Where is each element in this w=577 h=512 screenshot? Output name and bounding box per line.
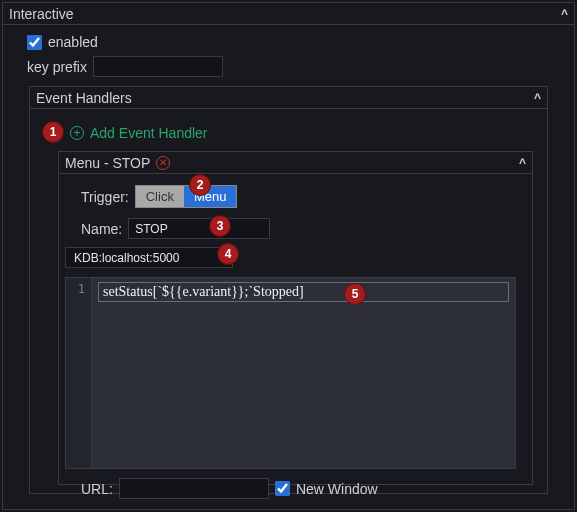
event-handler-panel: Menu - STOP ✕ ^ Trigger: Click Menu: [58, 151, 533, 485]
trigger-row: Trigger: Click Menu 2: [81, 182, 516, 211]
code-gutter: 1: [66, 278, 92, 468]
trigger-toggle[interactable]: Click Menu: [135, 185, 238, 208]
enabled-label: enabled: [48, 34, 98, 50]
delete-handler-icon[interactable]: ✕: [156, 156, 170, 170]
event-handlers-title: Event Handlers: [36, 90, 132, 106]
interactive-panel: Interactive ^ enabled key prefix Event H…: [2, 2, 575, 510]
event-handler-header[interactable]: Menu - STOP ✕ ^: [59, 152, 532, 174]
annotation-2: 2: [189, 174, 211, 196]
plus-circle-icon: +: [70, 126, 84, 140]
event-handlers-header[interactable]: Event Handlers ^: [30, 87, 547, 109]
code-content[interactable]: setStatus[`${{e.variant}};`Stopped]: [92, 278, 515, 468]
url-input[interactable]: [119, 478, 269, 499]
annotation-1: 1: [42, 121, 64, 143]
collapse-icon[interactable]: ^: [534, 91, 541, 105]
name-label: Name:: [81, 221, 122, 237]
enabled-checkbox[interactable]: [27, 35, 42, 50]
key-prefix-row: key prefix: [27, 53, 550, 80]
url-row: URL: New Window: [81, 475, 516, 502]
event-handler-title: Menu - STOP: [65, 155, 150, 171]
interactive-header[interactable]: Interactive ^: [3, 3, 574, 25]
collapse-icon[interactable]: ^: [561, 7, 568, 21]
new-window-label: New Window: [296, 481, 378, 497]
name-row: Name: 3: [81, 215, 516, 242]
url-label: URL:: [81, 481, 113, 497]
add-event-handler-label: Add Event Handler: [90, 125, 208, 141]
annotation-3: 3: [209, 215, 231, 237]
datasource-select[interactable]: KDB:localhost:5000: [65, 247, 233, 268]
interactive-title: Interactive: [9, 6, 74, 22]
trigger-option-click[interactable]: Click: [136, 186, 184, 207]
key-prefix-input[interactable]: [93, 56, 223, 77]
new-window-checkbox[interactable]: [275, 481, 290, 496]
name-input[interactable]: [128, 218, 270, 239]
annotation-5: 5: [344, 283, 366, 305]
key-prefix-label: key prefix: [27, 59, 87, 75]
line-number: 1: [66, 282, 85, 296]
trigger-label: Trigger:: [81, 189, 129, 205]
collapse-icon[interactable]: ^: [519, 156, 526, 170]
code-line[interactable]: setStatus[`${{e.variant}};`Stopped]: [98, 282, 509, 302]
add-event-handler-button[interactable]: + Add Event Handler: [70, 115, 535, 147]
enabled-row: enabled: [27, 31, 550, 53]
event-handlers-panel: Event Handlers ^ 1 + Add Event Handler M…: [29, 86, 548, 494]
datasource-row: KDB:localhost:5000 4: [65, 244, 516, 271]
annotation-4: 4: [217, 243, 239, 265]
code-editor[interactable]: 1 setStatus[`${{e.variant}};`Stopped] 5: [65, 277, 516, 469]
